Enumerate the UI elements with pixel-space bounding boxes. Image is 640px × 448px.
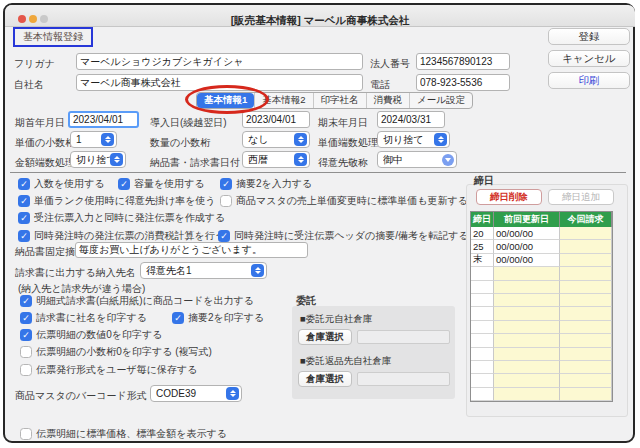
shimebi-cell[interactable] — [560, 240, 612, 253]
checkbox-use-pack-quantity[interactable]: 入数を使用する — [18, 177, 105, 191]
company-name-input[interactable] — [76, 74, 363, 91]
dropdown-delivery-name[interactable]: 得意先名1 — [140, 262, 267, 279]
shimebi-cell-empty[interactable] — [560, 388, 612, 401]
warehouse-select-button-return[interactable]: 倉庫選択 — [298, 371, 352, 387]
fiscal-start-input[interactable] — [68, 111, 139, 128]
fixed-note-input[interactable] — [75, 242, 308, 258]
shimebi-cell-empty[interactable] — [494, 281, 560, 294]
shimebi-cell[interactable]: 00/00/00 — [494, 227, 560, 240]
dropdown-amount-rounding[interactable]: 切り捨て — [70, 151, 126, 168]
checkbox-icon — [20, 329, 32, 341]
shimebi-cell-empty[interactable] — [560, 294, 612, 307]
shimebi-cell[interactable]: 00/00/00 — [494, 254, 560, 267]
shimebi-cell[interactable]: 00/00/00 — [494, 240, 560, 253]
shimebi-cell-empty[interactable] — [471, 348, 494, 361]
furigana-input[interactable] — [76, 53, 363, 70]
shimebi-cell-empty[interactable] — [471, 361, 494, 374]
checkbox-show-standard-price-in-details[interactable]: 伝票明細に標準価格、標準金額を表示する — [20, 427, 227, 441]
dropdown-customer-honorific[interactable]: 御中 — [377, 151, 457, 168]
shimebi-cell[interactable]: 末 — [471, 254, 494, 267]
shimebi-cell-empty[interactable] — [471, 374, 494, 387]
closing-day-title: 締日 — [474, 174, 494, 188]
phone-input[interactable] — [416, 74, 510, 91]
delivery-name-label: 請求書に出力する納入先名 — [15, 266, 136, 280]
warehouse-return-field[interactable] — [357, 372, 450, 386]
shimebi-cell-empty[interactable] — [494, 361, 560, 374]
checkbox-print-zero-decimals-copy-form[interactable]: 伝票明細の小数桁0を印字する (複写式) — [20, 345, 212, 359]
fiscal-end-input[interactable] — [377, 111, 445, 128]
amount-rounding-label: 金額端数処理 — [15, 156, 75, 170]
shimebi-cell-empty[interactable] — [560, 281, 612, 294]
window-title: [販売基本情報] マーベル商事株式会社 — [5, 14, 635, 28]
checkbox-copy-header-notes-on-simultaneous-po[interactable]: 同時発注時に受注伝票ヘッダの摘要/備考を転記する — [218, 229, 469, 243]
shimebi-cell-empty[interactable] — [471, 281, 494, 294]
register-button[interactable]: 登録 — [548, 28, 630, 45]
tab-consumption-tax[interactable]: 消費税 — [366, 93, 410, 108]
shimebi-cell-empty[interactable] — [560, 321, 612, 334]
shimebi-cell-empty[interactable] — [560, 267, 612, 280]
shimebi-cell-empty[interactable] — [471, 307, 494, 320]
checkbox-output-product-code-on-detail-invoice[interactable]: 明細式請求書(白紙用紙)に商品コードを出力する — [20, 294, 254, 308]
furigana-label: フリガナ — [14, 57, 55, 71]
checkbox-create-po-with-order-entry[interactable]: 受注伝票入力と同時に発注伝票を作成する — [18, 211, 225, 225]
checkbox-print-summary2[interactable]: 摘要2を印字する — [172, 311, 264, 325]
checkbox-print-zero-values[interactable]: 伝票明細の数値0を印字する — [20, 328, 163, 342]
shimebi-cell[interactable] — [560, 254, 612, 267]
shimebi-cell-empty[interactable] — [494, 334, 560, 347]
closing-day-delete-button[interactable]: 締日削除 — [476, 189, 542, 205]
warehouse-from-field[interactable] — [357, 330, 450, 344]
intro-date-input[interactable] — [242, 111, 310, 128]
warehouse-select-button-from[interactable]: 倉庫選択 — [298, 329, 352, 345]
dropdown-unit-price-rounding[interactable]: 切り捨て — [377, 131, 450, 148]
fiscal-end-label: 期末年月日 — [318, 116, 368, 130]
corporate-number-input[interactable] — [416, 53, 510, 70]
shimebi-cell-empty[interactable] — [494, 374, 560, 387]
shimebi-cell-empty[interactable] — [560, 307, 612, 320]
dropdown-barcode-format[interactable]: CODE39 — [150, 385, 242, 402]
shimebi-cell-empty[interactable] — [494, 307, 560, 320]
stepper-icon — [226, 387, 239, 400]
dropdown-qty-decimals[interactable]: なし — [242, 131, 310, 148]
shimebi-cell-empty[interactable] — [494, 294, 560, 307]
checkbox-input-summary2[interactable]: 摘要2を入力する — [220, 177, 312, 191]
shimebi-cell[interactable]: 20 — [471, 227, 494, 240]
checkbox-save-slip-format-per-user[interactable]: 伝票発行形式をユーザ毎に保存する — [20, 363, 197, 377]
tab-basic-info-2[interactable]: 基本情報2 — [254, 93, 312, 108]
checkbox-icon — [20, 295, 32, 307]
unit-price-decimals-label: 単価の小数桁 — [15, 136, 75, 150]
dropdown-document-date-format[interactable]: 西暦 — [242, 151, 310, 168]
shimebi-cell-empty[interactable] — [494, 388, 560, 401]
checkbox-use-capacity[interactable]: 容量を使用する — [118, 177, 205, 191]
shimebi-cell-empty[interactable] — [560, 334, 612, 347]
page-title-badge: 基本情報登録 — [13, 27, 93, 47]
tab-mail-settings[interactable]: メール設定 — [409, 93, 472, 108]
tab-print-company-name[interactable]: 印字社名 — [313, 93, 366, 108]
shimebi-cell-empty[interactable] — [494, 321, 560, 334]
checkbox-calc-tax-on-simultaneous-po[interactable]: 同時発注時の発注伝票の消費税計算を行う — [18, 229, 225, 243]
print-button[interactable]: 印刷 — [548, 72, 630, 89]
shimebi-cell-empty[interactable] — [560, 361, 612, 374]
shimebi-cell-empty[interactable] — [494, 267, 560, 280]
barcode-format-label: 商品マスタのバーコード形式 — [15, 389, 147, 403]
shimebi-cell-empty[interactable] — [471, 267, 494, 280]
unit-price-rounding-label: 単価端数処理 — [318, 136, 378, 150]
shimebi-cell-empty[interactable] — [471, 321, 494, 334]
shimebi-cell-empty[interactable] — [560, 374, 612, 387]
checkbox-update-standard-price[interactable]: 商品マスタの売上単価変更時に標準単価も更新する — [220, 194, 468, 208]
shimebi-cell-empty[interactable] — [471, 294, 494, 307]
shimebi-cell-empty[interactable] — [560, 348, 612, 361]
closing-day-table: 締日 前回更新日 今回請求 20 00/00/00 25 00/00/00 末 … — [470, 211, 613, 402]
stepper-icon — [251, 264, 264, 277]
shimebi-cell-empty[interactable] — [471, 334, 494, 347]
shimebi-cell[interactable]: 25 — [471, 240, 494, 253]
shimebi-cell[interactable] — [560, 227, 612, 240]
closing-day-add-button[interactable]: 締日追加 — [548, 189, 614, 205]
cancel-button[interactable]: キャンセル — [548, 50, 630, 67]
tab-basic-info-1[interactable]: 基本情報1 — [197, 93, 254, 108]
dropdown-unit-price-decimals[interactable]: 1 — [70, 131, 117, 148]
checkbox-use-customer-rate-for-price-rank[interactable]: 単価ランク使用時に得意先掛け率を使う — [18, 194, 216, 208]
checkbox-icon — [172, 312, 184, 324]
checkbox-print-company-name-on-invoice[interactable]: 請求書に社名を印字する — [20, 311, 147, 325]
shimebi-cell-empty[interactable] — [471, 388, 494, 401]
shimebi-cell-empty[interactable] — [494, 348, 560, 361]
